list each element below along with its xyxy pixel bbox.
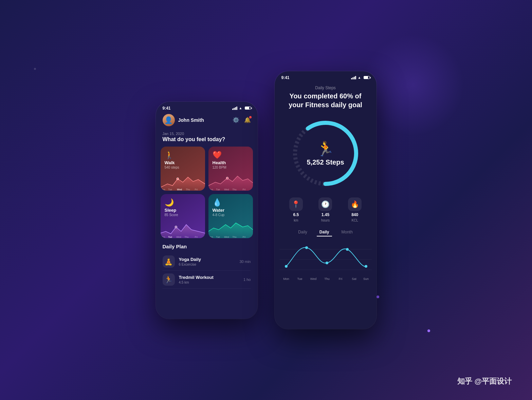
stat-card-health[interactable]: ❤️ Health 120 BPM Mon <box>208 147 253 191</box>
svg-point-30 <box>326 262 328 264</box>
svg-text:Mon: Mon <box>283 277 289 281</box>
header-icons: ⚙️ 🔔 <box>233 117 251 123</box>
greeting-text: What do you feel today? <box>163 136 251 142</box>
date-section: Jan 15, 2020 What do you feel today? <box>156 130 258 142</box>
svg-text:Thu: Thu <box>232 236 236 238</box>
svg-text:Tue: Tue <box>216 188 220 191</box>
svg-text:Thu: Thu <box>186 188 190 191</box>
status-icons-right: ▲ <box>351 76 370 79</box>
sleep-title: Sleep <box>165 208 201 213</box>
health-chart: Mon Tue Wed Thu Fri <box>208 172 253 191</box>
svg-text:Fri: Fri <box>242 236 245 238</box>
svg-text:Mon: Mon <box>208 188 213 191</box>
svg-text:Wed: Wed <box>224 188 229 191</box>
svg-text:Mon: Mon <box>161 236 165 238</box>
treadmill-duration: 1 ho <box>243 278 251 282</box>
calories-icon: 🔥 <box>348 197 362 211</box>
stat-card-walk[interactable]: 🚶 Walk 540 steps Mon <box>161 147 205 191</box>
daily-plan-title: Daily Plan <box>163 244 251 249</box>
time-value: 1.45 <box>322 212 329 217</box>
signal-icon <box>232 107 237 110</box>
wifi-icon-right: ▲ <box>357 76 362 79</box>
battery-icon-right <box>364 76 370 79</box>
status-bar-right: 9:41 ▲ <box>275 71 377 82</box>
treadmill-icon: 🏃 <box>163 273 175 286</box>
goal-text: You completed 60% of your Fitness daily … <box>281 92 370 109</box>
svg-point-12 <box>175 226 177 228</box>
signal-icon-right <box>351 76 356 79</box>
sleep-icon: 🌙 <box>165 198 201 207</box>
mini-stat-time: 🕐 1.45 hours <box>318 197 332 222</box>
svg-point-6 <box>226 177 228 179</box>
svg-text:Wed: Wed <box>224 236 229 238</box>
svg-point-32 <box>365 265 367 268</box>
sleep-chart: Mon Tue Wed Thu Fri <box>161 220 205 238</box>
steps-count: 5,252 Steps <box>307 158 344 166</box>
svg-text:Tue: Tue <box>168 236 172 238</box>
username: John Smith <box>178 117 204 123</box>
treadmill-sub: 4.5 km <box>179 281 240 284</box>
svg-point-28 <box>285 265 288 268</box>
treadmill-info: Tredmil Workout 4.5 km <box>179 275 240 284</box>
status-icons-left: ▲ <box>232 107 251 110</box>
svg-point-29 <box>305 246 308 249</box>
chart-tab-bar: Daily Daily Month <box>275 226 377 239</box>
line-chart-container: Mon Tue Wed Thu Fri Sat Sun <box>275 239 377 288</box>
watermark: 知乎 @平面设计 <box>457 376 512 386</box>
date-text: Jan 15, 2020 <box>163 132 251 136</box>
yoga-name: Yoga Daily <box>179 257 236 262</box>
water-value: 4-8 Cup <box>213 213 249 217</box>
progress-circle-container: 🏃 5,252 Steps <box>275 113 377 194</box>
svg-text:Tue: Tue <box>168 188 172 191</box>
tab-daily-1[interactable]: Daily <box>295 228 310 236</box>
walk-icon: 🚶 <box>165 151 201 159</box>
time-right: 9:41 <box>281 75 290 80</box>
sleep-value: 85 Score <box>165 213 201 217</box>
phones-container: 9:41 ▲ 👤 John Smith <box>156 71 377 329</box>
plan-item-treadmill[interactable]: 🏃 Tredmil Workout 4.5 km 1 ho <box>163 271 251 289</box>
walk-chart: Mon Tue Wed Thu Fri <box>161 172 205 191</box>
svg-text:Thu: Thu <box>324 277 330 281</box>
svg-text:Fri: Fri <box>195 188 198 191</box>
daily-plan-section: Daily Plan 🧘 Yoga Daily 6 Excercise 30 m… <box>156 242 258 290</box>
svg-text:Sat: Sat <box>352 277 356 281</box>
stat-card-sleep[interactable]: 🌙 Sleep 85 Score Mon <box>161 194 205 238</box>
notification-dot <box>249 116 252 118</box>
line-chart-svg: Mon Tue Wed Thu Fri Sat Sun <box>279 239 372 283</box>
tab-daily-2[interactable]: Daily <box>317 228 332 236</box>
walk-value: 540 steps <box>165 166 201 169</box>
distance-icon: 📍 <box>289 197 303 211</box>
distance-unit: km <box>294 218 298 222</box>
notification-icon[interactable]: 🔔 <box>244 117 251 123</box>
calories-value: 840 <box>351 212 358 217</box>
svg-text:Fri: Fri <box>195 236 198 238</box>
daily-steps-label: Daily Steps <box>281 85 370 90</box>
plan-item-yoga[interactable]: 🧘 Yoga Daily 6 Excercise 30 min <box>163 253 251 271</box>
yoga-icon: 🧘 <box>163 255 175 268</box>
settings-icon[interactable]: ⚙️ <box>233 117 239 123</box>
left-header: 👤 John Smith ⚙️ 🔔 <box>156 113 258 130</box>
decorative-dot-2 <box>377 296 379 298</box>
health-value: 120 BPM <box>213 166 249 169</box>
yoga-sub: 6 Excercise <box>179 263 236 266</box>
stat-card-water[interactable]: 💧 Water 4-8 Cup Mon Tue <box>208 194 253 238</box>
decorative-dot-1 <box>34 68 36 70</box>
time-icon: 🕐 <box>318 197 332 211</box>
tab-month[interactable]: Month <box>339 228 355 236</box>
wifi-icon: ▲ <box>239 107 243 110</box>
avatar: 👤 <box>163 114 175 126</box>
stats-grid: 🚶 Walk 540 steps Mon <box>156 142 258 242</box>
walk-title: Walk <box>165 160 201 165</box>
mini-stat-distance: 📍 6.5 km <box>289 197 303 222</box>
health-title: Health <box>213 160 249 165</box>
svg-text:Fri: Fri <box>338 277 342 281</box>
svg-text:Wed: Wed <box>177 188 182 191</box>
svg-text:Wed: Wed <box>176 236 181 238</box>
yoga-duration: 30 min <box>239 260 251 264</box>
svg-text:Thu: Thu <box>232 188 236 191</box>
svg-text:Thu: Thu <box>184 236 188 238</box>
svg-text:Wed: Wed <box>310 277 316 281</box>
time-left: 9:41 <box>163 106 171 111</box>
treadmill-name: Tredmil Workout <box>179 275 240 280</box>
svg-text:Mon: Mon <box>208 236 213 238</box>
